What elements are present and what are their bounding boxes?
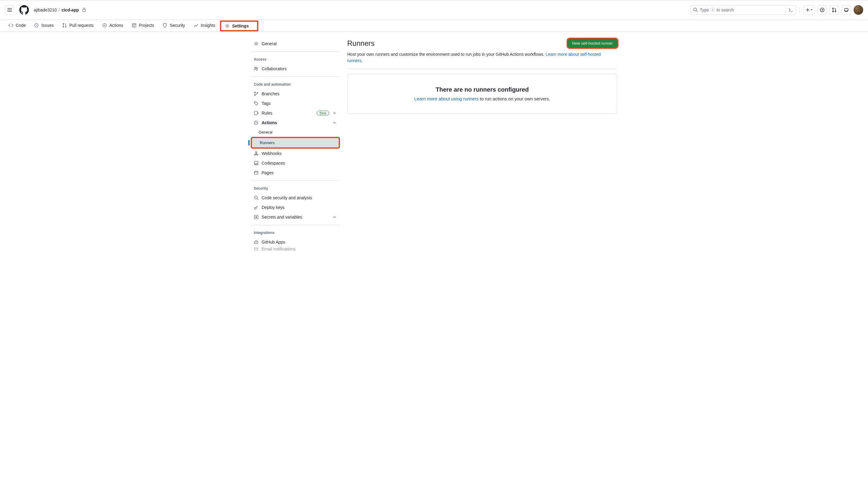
repo-link[interactable]: cicd-app (61, 7, 79, 13)
pages-icon (254, 170, 259, 175)
sidebar-item-webhooks[interactable]: Webhooks (251, 149, 340, 158)
sidebar-item-collaborators[interactable]: Collaborators (251, 64, 340, 74)
mail-icon (254, 247, 259, 251)
nav-projects[interactable]: Projects (128, 20, 158, 31)
svg-point-19 (256, 68, 258, 69)
sidebar-branches-label: Branches (262, 91, 279, 96)
svg-point-21 (255, 95, 256, 96)
graph-icon (194, 23, 198, 28)
sidebar-item-secrets[interactable]: Secrets and variables (251, 212, 340, 222)
main-content: Runners New self-hosted runner Host your… (347, 39, 617, 251)
issues-button[interactable] (817, 5, 827, 15)
sidebar-item-github-apps[interactable]: GitHub Apps (251, 237, 340, 247)
pull-request-icon (832, 7, 837, 13)
sidebar-general-label: General (262, 41, 277, 46)
empty-title: There are no runners configured (354, 86, 611, 93)
hubot-icon (254, 240, 259, 245)
issue-icon (820, 7, 825, 13)
nav-insights-label: Insights (201, 23, 215, 28)
svg-point-6 (835, 11, 836, 12)
learn-more-runners-link[interactable]: Learn more about using runners (414, 96, 478, 101)
sidebar-actions-runners-label: Runners (260, 141, 275, 145)
search-slash-key: / (711, 8, 715, 12)
github-logo-icon[interactable] (19, 5, 29, 15)
search-prefix: Type (700, 7, 709, 13)
nav-projects-label: Projects (139, 23, 154, 28)
svg-point-35 (256, 197, 256, 198)
nav-actions[interactable]: Actions (99, 20, 127, 31)
svg-point-18 (255, 67, 256, 69)
sidebar-rules-label: Rules (262, 110, 273, 116)
shield-icon (162, 23, 167, 28)
sidebar-item-code-security[interactable]: Code security and analysis (251, 193, 340, 203)
nav-issues-label: Issues (41, 23, 53, 28)
sidebar-item-rules[interactable]: Rules Beta (251, 108, 340, 118)
sidebar-item-deploy-keys[interactable]: Deploy keys (251, 203, 340, 212)
desc-text: Host your own runners and customize the … (347, 52, 545, 57)
user-avatar[interactable] (853, 5, 863, 15)
nav-insights[interactable]: Insights (190, 20, 219, 31)
svg-point-39 (255, 242, 256, 243)
sidebar-github-apps-label: GitHub Apps (262, 240, 285, 245)
command-palette-icon[interactable] (786, 7, 793, 13)
nav-issues[interactable]: Issues (30, 20, 57, 31)
svg-point-17 (256, 43, 257, 45)
sidebar-item-general[interactable]: General (251, 39, 340, 49)
breadcrumb: ajibade3210 / cicd-app (34, 7, 86, 13)
notifications-button[interactable] (841, 5, 851, 15)
sidebar-item-actions-runners[interactable]: Runners (251, 137, 340, 149)
sidebar-actions-general-label: General (259, 130, 273, 134)
asterisk-icon (254, 215, 259, 219)
chevron-up-icon (332, 120, 337, 125)
sidebar-collaborators-label: Collaborators (262, 66, 287, 71)
svg-line-34 (257, 199, 258, 200)
codespaces-icon (254, 161, 259, 166)
sidebar-secrets-label: Secrets and variables (262, 215, 302, 219)
sidebar-item-actions[interactable]: Actions (251, 118, 340, 127)
create-new-button[interactable] (803, 5, 815, 15)
svg-point-5 (833, 11, 834, 12)
sidebar-item-email-notifications[interactable]: Email notifications (251, 247, 340, 251)
tag-icon (254, 101, 259, 106)
nav-pr-label: Pull requests (69, 23, 94, 28)
nav-security[interactable]: Security (159, 20, 189, 31)
svg-point-4 (833, 8, 834, 9)
svg-point-9 (63, 24, 63, 24)
pull-request-icon (62, 23, 67, 28)
rules-icon (254, 110, 259, 116)
nav-settings[interactable]: Settings (220, 21, 258, 31)
owner-link[interactable]: ajibade3210 (34, 7, 57, 13)
divider (799, 7, 800, 13)
sidebar-item-actions-general[interactable]: General (251, 127, 340, 137)
settings-sidebar: General Access Collaborators Code and au… (251, 39, 340, 251)
lock-icon (82, 8, 86, 12)
svg-point-23 (255, 102, 256, 103)
sidebar-item-pages[interactable]: Pages (251, 168, 340, 177)
pull-requests-button[interactable] (829, 5, 839, 15)
sidebar-heading-integrations: Integrations (251, 228, 340, 237)
sidebar-pages-label: Pages (262, 170, 274, 175)
svg-rect-13 (132, 24, 136, 27)
hamburger-icon (7, 7, 12, 13)
new-self-hosted-runner-button[interactable]: New self-hosted runner (568, 39, 617, 48)
nav-pull-requests[interactable]: Pull requests (58, 20, 97, 31)
search-input[interactable]: Type / to search (690, 5, 796, 15)
svg-point-10 (63, 27, 63, 27)
search-suffix: to search (716, 7, 734, 13)
svg-rect-38 (254, 241, 258, 244)
svg-rect-41 (254, 248, 258, 250)
svg-point-28 (256, 152, 257, 153)
empty-state: There are no runners configured Learn mo… (347, 74, 617, 114)
nav-code[interactable]: Code (5, 20, 29, 31)
inbox-icon (844, 7, 849, 13)
sidebar-item-branches[interactable]: Branches (251, 89, 340, 99)
sidebar-webhooks-label: Webhooks (262, 151, 281, 156)
svg-rect-29 (254, 161, 258, 164)
sidebar-item-codespaces[interactable]: Codespaces (251, 158, 340, 168)
sidebar-item-tags[interactable]: Tags (251, 99, 340, 108)
people-icon (254, 66, 259, 71)
page-title: Runners (347, 39, 375, 48)
menu-button[interactable] (5, 5, 15, 15)
caret-down-icon (811, 9, 813, 11)
play-icon (254, 120, 259, 125)
